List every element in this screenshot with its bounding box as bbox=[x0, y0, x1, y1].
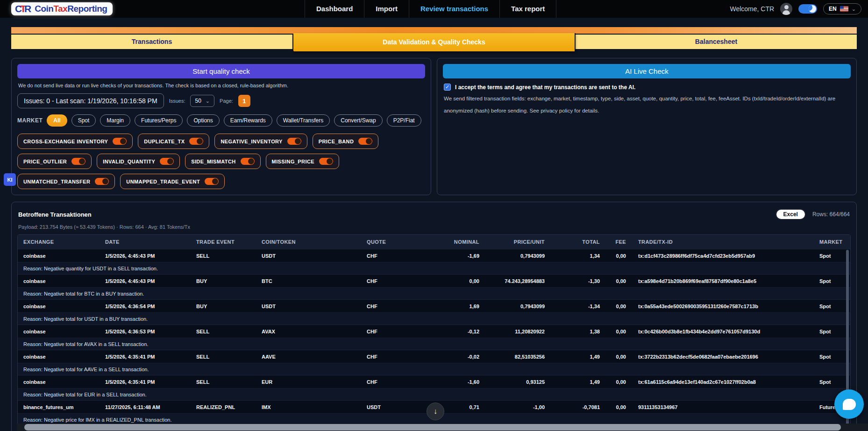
table-row[interactable]: coinbase1/5/2026, 4:45:43 PMSELLUSDTCHF-… bbox=[18, 249, 850, 262]
table-row[interactable]: coinbase1/5/2026, 4:45:43 PMBUYBTCCHF0,0… bbox=[18, 274, 850, 287]
market-pill-options[interactable]: Options bbox=[187, 114, 219, 127]
market-pill-spot[interactable]: Spot bbox=[71, 114, 96, 127]
cell-trade-event: SELL bbox=[191, 379, 256, 385]
cell-total: 1,34 bbox=[550, 253, 605, 259]
market-pill-wallet-transfers[interactable]: Wallet/Transfers bbox=[277, 114, 330, 127]
nav-item-import[interactable]: Import bbox=[364, 0, 409, 18]
column-header-quote: QUOTE bbox=[361, 239, 410, 245]
cell-market: Spot bbox=[814, 354, 850, 360]
scan-controls: Issues: 0 - Last scan: 1/19/2026, 10:16:… bbox=[17, 93, 425, 108]
language-selector[interactable]: EN ⌄ bbox=[823, 3, 861, 14]
reason-text: Reason: Negative total for EUR in a SELL… bbox=[18, 392, 850, 397]
consent-checkbox[interactable]: ✓ bbox=[444, 84, 451, 91]
cell-total: 1,38 bbox=[550, 329, 605, 334]
progress-strip bbox=[11, 27, 857, 34]
ki-badge[interactable]: KI bbox=[4, 173, 16, 186]
market-pill-earn-rewards[interactable]: Earn/Rewards bbox=[224, 114, 272, 127]
toggle-on-switch[interactable] bbox=[189, 138, 203, 145]
dark-mode-toggle[interactable] bbox=[798, 4, 817, 14]
toggle-on-switch[interactable] bbox=[205, 178, 219, 185]
table-row[interactable]: coinbase1/5/2026, 4:36:53 PMSELLAVAXCHF-… bbox=[18, 325, 850, 338]
reason-text: Reason: Negative total for AAVE in a SEL… bbox=[18, 367, 850, 372]
table-row[interactable]: coinbase1/5/2026, 4:35:41 PMSELLEURCHF-1… bbox=[18, 375, 850, 388]
cell-nominal: 0,00 bbox=[410, 278, 485, 284]
toggle-on-switch[interactable] bbox=[113, 138, 127, 145]
issues-label: Issues: bbox=[169, 98, 185, 104]
tab-transactions[interactable]: Transactions bbox=[11, 35, 293, 49]
cell-total: 1,49 bbox=[550, 379, 605, 385]
issues-per-page-select[interactable]: 50 ⌄ bbox=[190, 95, 214, 107]
toggle-on-switch[interactable] bbox=[319, 158, 333, 165]
cell-nominal: 0,71 bbox=[410, 404, 485, 410]
cell-exchange: coinbase bbox=[18, 329, 100, 334]
column-header-price-unit: PRICE/UNIT bbox=[485, 239, 550, 245]
page-number-button[interactable]: 1 bbox=[238, 95, 250, 107]
market-filter-row: MARKET AllSpotMarginFutures/PerpsOptions… bbox=[17, 114, 425, 127]
excel-export-button[interactable]: Excel bbox=[776, 209, 806, 220]
cell-tx-id: tx:0a55a43ede500269003595131f260e7587c17… bbox=[632, 304, 814, 309]
toggle-on-switch[interactable] bbox=[95, 178, 109, 185]
moon-icon bbox=[809, 5, 816, 13]
table-row[interactable]: coinbase1/5/2026, 4:35:41 PMSELLAAVECHF-… bbox=[18, 350, 850, 363]
toggle-on-switch[interactable] bbox=[160, 158, 174, 165]
user-avatar-icon[interactable] bbox=[780, 3, 792, 15]
column-header-trade-tx-id: TRADE/TX-ID bbox=[632, 239, 814, 245]
toggle-on-switch[interactable] bbox=[241, 158, 255, 165]
nav-item-review-transactions[interactable]: Review transactions bbox=[409, 0, 499, 18]
toggle-on-switch[interactable] bbox=[287, 138, 301, 145]
cell-total: -1,34 bbox=[550, 304, 605, 309]
cell-tx-id: tx:61a6115c6a94de13ef140ad2c67e1027ff02b… bbox=[632, 379, 814, 385]
market-pill-convert-swap[interactable]: Convert/Swap bbox=[334, 114, 382, 127]
cell-nominal: 1,69 bbox=[410, 304, 485, 309]
market-pill-futures-perps[interactable]: Futures/Perps bbox=[135, 114, 183, 127]
tab-balancesheet[interactable]: Balancesheet bbox=[576, 35, 857, 49]
toggle-on-switch[interactable] bbox=[71, 158, 85, 165]
tab-data-validation-quality-checks[interactable]: Data Validation & Quality Checks bbox=[293, 33, 576, 51]
table-row[interactable]: coinbase1/5/2026, 4:36:54 PMBUYUSDTCHF1,… bbox=[18, 299, 850, 312]
cell-trade-event: SELL bbox=[191, 354, 256, 360]
column-header-total: TOTAL bbox=[550, 239, 605, 245]
cell-fee: 0,00 bbox=[605, 278, 632, 284]
chat-widget-button[interactable] bbox=[834, 389, 864, 419]
cell-coin-token: USDT bbox=[256, 304, 361, 309]
nav-item-tax-report[interactable]: Tax report bbox=[499, 0, 556, 18]
column-header-exchange: EXCHANGE bbox=[18, 239, 100, 245]
cell-nominal: -0,12 bbox=[410, 329, 485, 334]
nav-item-dashboard[interactable]: Dashboard bbox=[305, 0, 364, 18]
market-pill-all[interactable]: All bbox=[47, 114, 67, 127]
ai-live-check-button[interactable]: AI Live Check bbox=[443, 64, 851, 78]
toggle-on-switch[interactable] bbox=[358, 138, 372, 145]
horizontal-scrollbar-thumb[interactable] bbox=[24, 424, 841, 431]
market-pill-margin[interactable]: Margin bbox=[100, 114, 130, 127]
table-column-headers: EXCHANGEDATETRADE EVENTCOIN/TOKENQUOTENO… bbox=[18, 235, 850, 249]
app-logo[interactable]: CTR CoinTaxReporting bbox=[11, 2, 113, 15]
market-pill-p2p-fiat[interactable]: P2P/Fiat bbox=[387, 114, 421, 127]
column-header-date: DATE bbox=[100, 239, 191, 245]
cell-price-unit: 0,7943099 bbox=[485, 253, 550, 259]
check-chip-cross-exchange-inventory: CROSS-EXCHANGE INVENTORY bbox=[17, 134, 133, 149]
cell-fee: 0,00 bbox=[605, 304, 632, 309]
check-chip-label: NEGATIVE_INVENTORY bbox=[221, 139, 282, 144]
cell-quote: USDT bbox=[361, 404, 410, 410]
cell-quote: CHF bbox=[361, 278, 410, 284]
cell-tx-id: tx:a598e4d71b20b869f69eaf87587df90e80c1a… bbox=[632, 278, 814, 284]
ai-consent-row: ✓ I accept the terms and agree that my t… bbox=[444, 84, 850, 91]
consent-text: I accept the terms and agree that my tra… bbox=[455, 84, 635, 91]
chat-bubble-icon bbox=[843, 399, 856, 410]
reason-row: Reason: Negative total for EUR in a SELL… bbox=[18, 388, 850, 400]
cell-tx-id: tx:0c426b00d3b8e1fb434b4e2dd97e761057d91… bbox=[632, 329, 814, 334]
scroll-down-button[interactable]: ↓ bbox=[427, 403, 444, 420]
tabs: TransactionsData Validation & Quality Ch… bbox=[11, 35, 857, 51]
cell-date: 11/27/2025, 6:11:48 AM bbox=[100, 404, 191, 410]
check-chip-price-outlier: PRICE_OUTLIER bbox=[17, 154, 92, 169]
cell-tx-id: tx:d1cf473c28986ff6df75ca4d7cfd23eb5d957… bbox=[632, 253, 814, 259]
tab-strip: TransactionsData Validation & Quality Ch… bbox=[11, 27, 857, 51]
check-chip-unmatched-transfer: UNMATCHED_TRANSFER bbox=[17, 174, 115, 189]
start-quality-check-button[interactable]: Start quality check bbox=[17, 64, 425, 78]
reason-row: Reason: Negative total for AVAX in a SEL… bbox=[18, 338, 850, 350]
arrow-down-icon: ↓ bbox=[434, 407, 437, 416]
column-header-coin-token: COIN/TOKEN bbox=[256, 239, 361, 245]
cell-fee: 0,00 bbox=[605, 354, 632, 360]
cell-exchange: coinbase bbox=[18, 278, 100, 284]
cell-exchange: coinbase bbox=[18, 304, 100, 309]
